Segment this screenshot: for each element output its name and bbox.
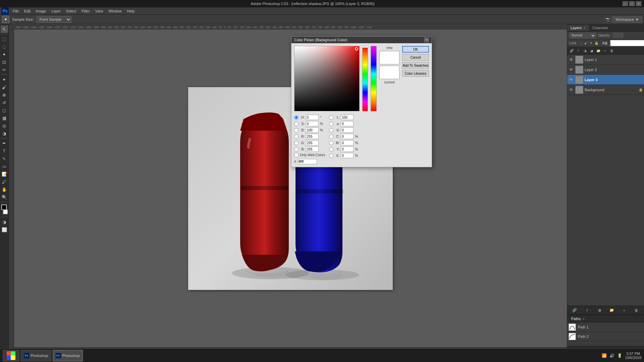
workspace-button[interactable]: Workspace ▼ xyxy=(612,16,642,22)
m-radio[interactable] xyxy=(329,141,333,145)
styles-btn[interactable]: f xyxy=(584,307,590,314)
bg-visibility[interactable]: 👁 xyxy=(569,87,574,93)
layer-item-bg[interactable]: 👁 Background 🔒 xyxy=(567,85,644,95)
blur-tool[interactable]: ◎ xyxy=(1,122,8,129)
task-ps1[interactable]: Ps Photoshop xyxy=(21,350,51,361)
menu-layer[interactable]: Layer xyxy=(49,8,63,14)
background-swatch[interactable] xyxy=(3,209,8,215)
eyedropper-tool[interactable]: 🖊 xyxy=(1,178,8,185)
a-radio[interactable] xyxy=(329,122,333,126)
quick-select-tool[interactable]: ✦ xyxy=(1,51,8,58)
h-radio[interactable] xyxy=(294,115,299,120)
move-tool[interactable]: ↖ xyxy=(1,25,8,33)
hue-slider-container[interactable] xyxy=(362,46,368,111)
history-brush-tool[interactable]: ↺ xyxy=(1,99,8,106)
menu-select[interactable]: Select xyxy=(63,8,79,14)
new-layer-bottom-btn[interactable]: + xyxy=(621,307,628,314)
task-ps2[interactable]: Ps Photoshop xyxy=(53,350,83,361)
b2-input[interactable] xyxy=(341,127,354,133)
healing-brush-tool[interactable]: ✦ xyxy=(1,76,8,83)
lock-all[interactable]: 🔒 xyxy=(594,41,598,45)
sample-size-select[interactable]: Point Sample 3 by 3 Average 5 by 5 Avera… xyxy=(37,16,71,23)
mask-btn[interactable]: ◑ xyxy=(582,48,588,54)
b-input[interactable] xyxy=(306,127,319,133)
pen-tool[interactable]: ✒ xyxy=(1,139,8,147)
tab-channels[interactable]: Channels xyxy=(590,25,610,31)
layer-item-3[interactable]: 👁 Layer 3 xyxy=(567,75,644,85)
add-to-swatches-button[interactable]: Add To Swatches xyxy=(402,62,429,69)
fill-input[interactable]: 100% xyxy=(610,40,644,46)
notes-tool[interactable]: 📝 xyxy=(1,170,8,178)
s-input[interactable] xyxy=(306,121,319,126)
y-radio[interactable] xyxy=(329,147,333,152)
zoom-tool[interactable]: 🔍 xyxy=(1,193,8,201)
opacity-input[interactable]: 100% xyxy=(612,33,623,38)
shape-tool[interactable]: ▭ xyxy=(1,163,8,170)
layer-3-visibility[interactable]: 👁 xyxy=(569,77,574,82)
color-picker-close[interactable]: ✕ xyxy=(424,38,429,42)
folder-btn[interactable]: 📁 xyxy=(595,48,601,54)
path-item-1[interactable]: Path 1 xyxy=(567,322,644,332)
tab-paths[interactable]: Paths ✕ xyxy=(569,316,588,322)
a-input[interactable] xyxy=(341,121,354,126)
menu-image[interactable]: Image xyxy=(33,8,49,14)
color-swatches[interactable] xyxy=(1,204,8,215)
layers-tab-close[interactable]: ✕ xyxy=(583,26,586,30)
color-libraries-button[interactable]: Color Libraries xyxy=(402,70,429,77)
menu-filter[interactable]: Filter xyxy=(79,8,92,14)
tab-layers[interactable]: Layers ✕ xyxy=(567,25,590,31)
close-button[interactable]: ✕ xyxy=(636,1,641,6)
eraser-tool[interactable]: ◻ xyxy=(1,107,8,114)
gradient-tool[interactable]: ▦ xyxy=(1,114,8,122)
bl-input[interactable] xyxy=(306,146,319,152)
new-fill-btn[interactable]: ◑ xyxy=(596,307,603,314)
cancel-button[interactable]: Cancel xyxy=(402,54,429,61)
ok-button[interactable]: OK xyxy=(402,46,429,53)
path-select-tool[interactable]: ↖ xyxy=(1,155,8,162)
color-gradient[interactable] xyxy=(294,46,360,111)
lock-transparent[interactable]: ⬚ xyxy=(579,41,582,45)
r-input[interactable] xyxy=(306,134,319,139)
c-radio[interactable] xyxy=(329,134,333,139)
dodge-tool[interactable]: ◑ xyxy=(1,130,8,137)
new-group-btn[interactable]: 📁 xyxy=(608,307,615,314)
layer-item-2[interactable]: 👁 Layer 2 xyxy=(567,65,644,75)
start-button[interactable] xyxy=(3,350,19,361)
paths-tab-close[interactable]: ✕ xyxy=(582,317,585,321)
s-radio[interactable] xyxy=(294,122,299,126)
menu-window[interactable]: Window xyxy=(106,8,124,14)
marquee-tool[interactable]: ⬚ xyxy=(1,35,8,43)
path-item-2[interactable]: Path 2 xyxy=(567,332,644,341)
crop-tool[interactable]: ⊡ xyxy=(1,58,8,66)
bl-radio[interactable] xyxy=(294,147,299,152)
hand-tool[interactable]: ✋ xyxy=(1,186,8,193)
layer-item-1[interactable]: 👁 Layer 1 xyxy=(567,55,644,65)
c-input[interactable] xyxy=(341,134,354,139)
menu-edit[interactable]: Edit xyxy=(21,8,33,14)
m-input[interactable] xyxy=(341,140,354,145)
y-input[interactable] xyxy=(341,146,354,152)
lock-position[interactable]: ✦ xyxy=(590,41,592,45)
k-radio[interactable] xyxy=(329,154,333,158)
hue-cursor[interactable] xyxy=(362,46,369,48)
layer-styles-btn[interactable]: f xyxy=(575,48,581,54)
l-radio[interactable] xyxy=(329,115,333,120)
blend-mode-select[interactable]: Normal Multiply Screen xyxy=(569,33,596,39)
quick-mask-btn[interactable]: ◑ xyxy=(1,218,8,226)
r-radio[interactable] xyxy=(294,134,299,139)
k-input[interactable] xyxy=(341,153,354,158)
hex-input[interactable] xyxy=(298,159,317,164)
h-input[interactable] xyxy=(306,115,319,120)
adj-layer-btn[interactable]: ◕ xyxy=(589,48,595,54)
maximize-button[interactable]: □ xyxy=(629,1,635,6)
stamp-tool[interactable]: ⊕ xyxy=(1,91,8,99)
menu-view[interactable]: View xyxy=(93,8,106,14)
b2-radio[interactable] xyxy=(329,128,333,132)
brush-tool[interactable]: 🖌 xyxy=(1,83,8,91)
l-input[interactable] xyxy=(341,115,354,120)
link-layers-btn[interactable]: 🔗 xyxy=(569,48,575,54)
new-layer-btn[interactable]: + xyxy=(602,48,608,54)
minimize-button[interactable]: ─ xyxy=(623,1,628,6)
only-web-checkbox[interactable] xyxy=(294,153,299,157)
lasso-tool[interactable]: ◌ xyxy=(1,43,8,50)
